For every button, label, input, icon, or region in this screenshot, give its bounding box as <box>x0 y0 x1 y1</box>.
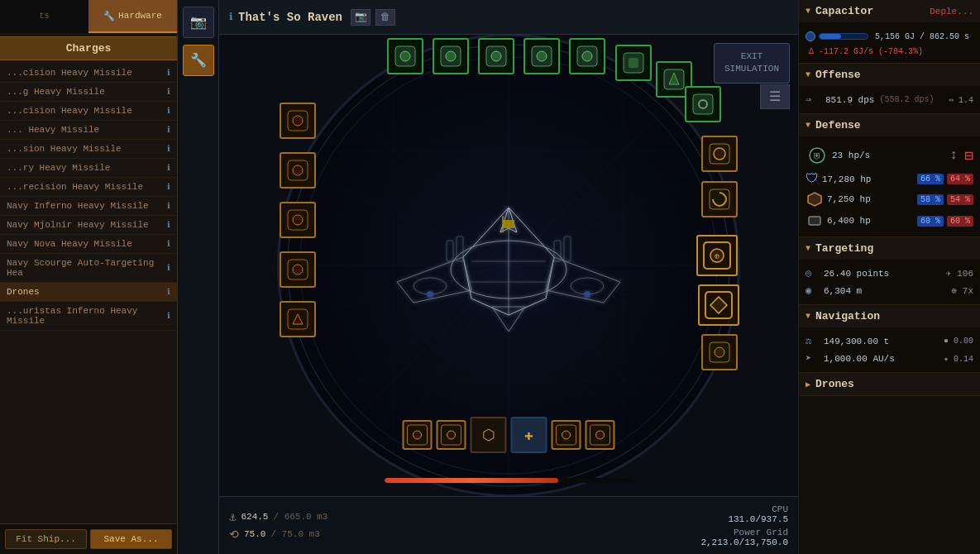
info-icon[interactable]: ℹ <box>167 125 170 135</box>
list-item[interactable]: ...recision Heavy Missile ℹ <box>0 178 177 197</box>
list-item[interactable]: Navy Scourge Auto-Targeting Hea ℹ <box>0 254 177 283</box>
list-item[interactable]: Navy Mjolnir Heavy Missile ℹ <box>0 216 177 235</box>
high-slot-8[interactable] <box>685 86 721 122</box>
high-slot-3[interactable] <box>478 38 514 74</box>
high-slot-1[interactable] <box>387 38 423 74</box>
low-slot-5[interactable] <box>280 301 316 337</box>
drone-slot-1[interactable] <box>403 420 433 450</box>
info-icon[interactable]: ℹ <box>167 220 170 230</box>
drones-header[interactable]: ▶ Drones <box>799 373 980 395</box>
dps-icon: ⇒ <box>806 93 822 106</box>
list-item[interactable]: ...g Heavy Missile ℹ <box>0 83 177 102</box>
camera-button[interactable]: 📷 <box>183 7 214 38</box>
navigation-header[interactable]: ▼ Navigation <box>799 305 980 327</box>
targeting-points-row: ◎ 26.40 points ✈ 106 <box>806 265 973 282</box>
fit-ship-button[interactable]: Fit Ship... <box>5 529 87 549</box>
cube-icon-button[interactable]: ⬡ <box>471 417 507 453</box>
targeting-header[interactable]: ▼ Targeting <box>799 237 980 260</box>
info-icon[interactable]: ℹ <box>167 263 170 273</box>
drone-slot-2[interactable] <box>437 420 466 450</box>
low-slot-3[interactable] <box>280 202 316 238</box>
missile-list: ...cision Heavy Missile ℹ ...g Heavy Mis… <box>0 64 177 523</box>
ship-viewport: EXIT SIMULATION ☰ <box>219 35 798 496</box>
info-icon[interactable]: ℹ <box>167 106 170 116</box>
high-slot-6[interactable] <box>615 45 652 81</box>
ship-header: ℹ That's So Raven 📷 🗑 <box>219 0 798 35</box>
targeting-content: ◎ 26.40 points ✈ 106 ◉ 6,304 m ⊕ 7x <box>799 260 980 304</box>
med-slot-4[interactable] <box>698 284 739 326</box>
med-slot-3[interactable]: ⊕ <box>696 235 738 276</box>
capacitor-header[interactable]: ▼ Capacitor Deple... <box>799 0 980 22</box>
range-icon: ◉ <box>806 284 820 297</box>
drone-slot-4[interactable] <box>586 420 615 450</box>
list-item[interactable]: ...cision Heavy Missile ℹ <box>0 102 177 121</box>
tab-hardware[interactable]: 🔧 Hardware <box>88 0 177 33</box>
svg-point-77 <box>562 431 571 439</box>
center-footer: ⚓ 624.5 / 665.0 m3 ⟲ 75.0 / 75.0 m3 CPU … <box>219 496 798 554</box>
list-item[interactable]: ... Heavy Missile ℹ <box>0 121 177 140</box>
camera-icon[interactable]: 📷 <box>351 9 370 26</box>
svg-point-42 <box>446 51 456 61</box>
hull-hp-row: 6,400 hp 60 % 60 % <box>806 210 973 232</box>
defense-header[interactable]: ▼ Defense <box>799 114 980 136</box>
offense-section: ▼ Offense ⇒ 851.9 dps (558.2 dps) ⇔ 1.4 <box>799 64 980 114</box>
med-slot-2[interactable] <box>701 181 738 217</box>
high-slot-5[interactable] <box>569 38 605 74</box>
svg-point-46 <box>537 51 547 61</box>
hull-bar-1: 60 % <box>917 216 944 227</box>
low-slot-1[interactable] <box>280 103 316 139</box>
list-item[interactable]: ...sion Heavy Missile ℹ <box>0 140 177 159</box>
high-slot-2[interactable] <box>433 38 469 74</box>
low-slot-4[interactable] <box>280 251 316 288</box>
medical-icon-button[interactable]: ✚ <box>511 417 547 453</box>
hull-bar-2: 60 % <box>947 216 973 227</box>
list-item[interactable]: Navy Inferno Heavy Missile ℹ <box>0 197 177 216</box>
delete-icon[interactable]: 🗑 <box>375 9 395 26</box>
list-item[interactable]: ...cision Heavy Missile ℹ <box>0 64 177 83</box>
header-icons: 📷 🗑 <box>351 9 395 26</box>
wrench-button[interactable]: 🔧 <box>183 45 214 76</box>
shield-icon: 🛡 <box>806 171 819 187</box>
info-icon[interactable]: ℹ <box>167 87 170 97</box>
info-icon[interactable]: ℹ <box>229 11 233 23</box>
menu-button[interactable]: ☰ <box>760 84 790 109</box>
collapse-arrow: ▼ <box>806 70 810 79</box>
tab-other[interactable]: ts <box>0 0 88 33</box>
list-item[interactable]: Navy Nova Heavy Missile ℹ <box>0 235 177 254</box>
mass-row: ⚖ 149,300.00 t ● 0.00 <box>806 332 973 350</box>
info-icon[interactable]: ℹ <box>167 182 170 192</box>
info-icon[interactable]: ℹ <box>167 311 170 321</box>
list-item[interactable]: ...ry Heavy Missile ℹ <box>0 159 177 178</box>
info-icon[interactable]: ℹ <box>167 239 170 249</box>
med-slot-1[interactable] <box>701 136 738 172</box>
save-as-button[interactable]: Save As... <box>90 529 172 549</box>
high-slot-4[interactable] <box>523 38 560 74</box>
low-slot-2[interactable] <box>280 152 316 189</box>
capacitor-content: 5,156 GJ / 862.50 s Δ -117.2 GJ/s (-784.… <box>799 22 980 63</box>
med-slot-5[interactable] <box>701 334 738 370</box>
drone-slot-3[interactable] <box>552 420 581 450</box>
svg-point-73 <box>414 431 422 439</box>
svg-marker-82 <box>808 193 821 206</box>
info-icon[interactable]: ℹ <box>167 163 170 173</box>
info-icon[interactable]: ℹ <box>167 68 170 78</box>
svg-rect-31 <box>447 241 453 261</box>
svg-rect-52 <box>693 94 713 114</box>
cargo-info: ⚓ 624.5 / 665.0 m3 ⟲ 75.0 / 75.0 m3 <box>229 510 327 542</box>
cpu-power-info: CPU 131.0/937.5 Power Grid 2,213.0/13,75… <box>700 504 788 547</box>
list-item-navy-scourge[interactable]: Drones ℹ <box>0 283 177 302</box>
repair-icon: ⛨ <box>806 144 829 167</box>
info-icon[interactable]: ℹ <box>167 201 170 211</box>
svg-rect-37 <box>503 220 514 228</box>
info-icon[interactable]: ℹ <box>167 144 170 154</box>
repair-rate-row: ⛨ 23 hp/s ↕ ⊟ <box>806 141 973 170</box>
svg-point-66 <box>293 165 303 175</box>
offense-header[interactable]: ▼ Offense <box>799 64 980 86</box>
svg-rect-83 <box>809 217 820 225</box>
svg-marker-23 <box>546 257 620 303</box>
svg-point-40 <box>400 51 410 61</box>
list-item[interactable]: ...uristas Inferno Heavy Missile ℹ <box>0 302 177 331</box>
offense-content: ⇒ 851.9 dps (558.2 dps) ⇔ 1.4 <box>799 86 980 113</box>
info-icon[interactable]: ℹ <box>167 287 170 297</box>
ship-title: That's So Raven <box>238 11 342 24</box>
